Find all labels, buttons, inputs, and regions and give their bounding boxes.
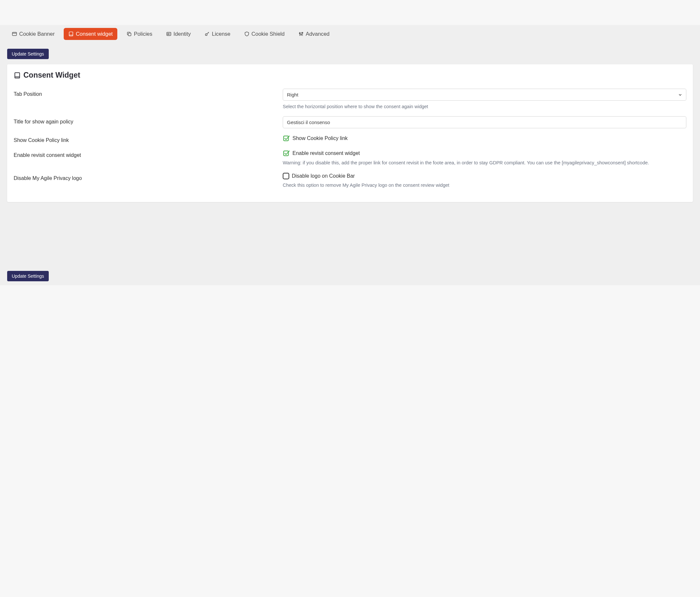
checkbox-show-cookie-policy-link[interactable]: Show Cookie Policy link [283, 135, 686, 142]
svg-rect-0 [12, 32, 17, 36]
svg-rect-2 [69, 32, 73, 36]
svg-point-9 [205, 34, 207, 36]
checkbox-disable-logo[interactable]: Disable logo on Cookie Bar [283, 173, 686, 179]
help-enable-revisit: Warning: if you disable this, add the pr… [283, 159, 686, 166]
update-settings-button-bottom[interactable]: Update Settings [7, 271, 49, 281]
svg-rect-5 [167, 32, 171, 36]
tab-label: Identity [174, 31, 191, 37]
tab-consent-widget[interactable]: Consent widget [64, 28, 117, 40]
tab-policies[interactable]: Policies [122, 28, 157, 40]
consent-widget-card: Consent Widget Tab Position Right Select… [7, 64, 693, 202]
tabs-bar: Cookie Banner Consent widget Policies Id… [0, 25, 700, 43]
checkbox-label: Show Cookie Policy link [293, 135, 348, 141]
update-settings-button[interactable]: Update Settings [7, 49, 49, 59]
sliders-icon [298, 31, 304, 37]
svg-point-13 [299, 33, 300, 34]
svg-rect-4 [128, 33, 131, 36]
row-show-cookie-policy-link: Show Cookie Policy link Show Cookie Poli… [14, 132, 686, 147]
row-tab-position: Tab Position Right Select the horizontal… [14, 85, 686, 113]
settings-page: Cookie Banner Consent widget Policies Id… [0, 25, 700, 285]
tab-cookie-shield[interactable]: Cookie Shield [240, 28, 289, 40]
tab-advanced[interactable]: Advanced [294, 28, 334, 40]
tab-identity[interactable]: Identity [161, 28, 195, 40]
unchecked-box-icon [283, 173, 289, 179]
tab-label: Cookie Shield [252, 31, 285, 37]
label-enable-revisit: Enable revisit consent widget [14, 150, 283, 158]
row-title-show-again: Title for show again policy [14, 113, 686, 132]
checkbox-enable-revisit[interactable]: Enable revisit consent widget [283, 150, 686, 157]
help-tab-position: Select the horizontal position where to … [283, 103, 686, 110]
check-icon [283, 150, 290, 157]
svg-point-15 [302, 32, 303, 33]
tab-label: Consent widget [76, 31, 113, 37]
checkbox-label: Enable revisit consent widget [293, 150, 360, 156]
svg-point-14 [301, 34, 302, 35]
tab-label: Cookie Banner [19, 31, 55, 37]
card-title: Consent Widget [14, 71, 686, 80]
label-show-cookie-policy-link: Show Cookie Policy link [14, 135, 283, 143]
select-tab-position[interactable]: Right [283, 89, 686, 101]
input-title-show-again[interactable] [283, 116, 686, 128]
svg-rect-16 [15, 73, 20, 78]
help-disable-logo: Check this option to remove My Agile Pri… [283, 182, 686, 188]
svg-point-6 [168, 33, 169, 34]
tab-label: License [212, 31, 230, 37]
copy-icon [126, 31, 132, 37]
tab-label: Policies [134, 31, 152, 37]
tab-license[interactable]: License [200, 28, 235, 40]
id-card-icon [166, 31, 172, 37]
tab-label: Advanced [306, 31, 329, 37]
window-icon [12, 31, 17, 37]
key-icon [204, 31, 210, 37]
check-icon [283, 135, 290, 142]
label-tab-position: Tab Position [14, 89, 283, 97]
checkbox-label: Disable logo on Cookie Bar [292, 173, 355, 179]
tablet-icon [14, 72, 21, 79]
tab-cookie-banner[interactable]: Cookie Banner [7, 28, 59, 40]
label-disable-logo: Disable My Agile Privacy logo [14, 173, 283, 181]
shield-icon [244, 31, 250, 37]
row-disable-logo: Disable My Agile Privacy logo Disable lo… [14, 170, 686, 192]
tablet-icon [68, 31, 74, 37]
row-enable-revisit: Enable revisit consent widget Enable rev… [14, 147, 686, 169]
card-title-text: Consent Widget [23, 71, 80, 80]
label-title-show-again: Title for show again policy [14, 116, 283, 125]
